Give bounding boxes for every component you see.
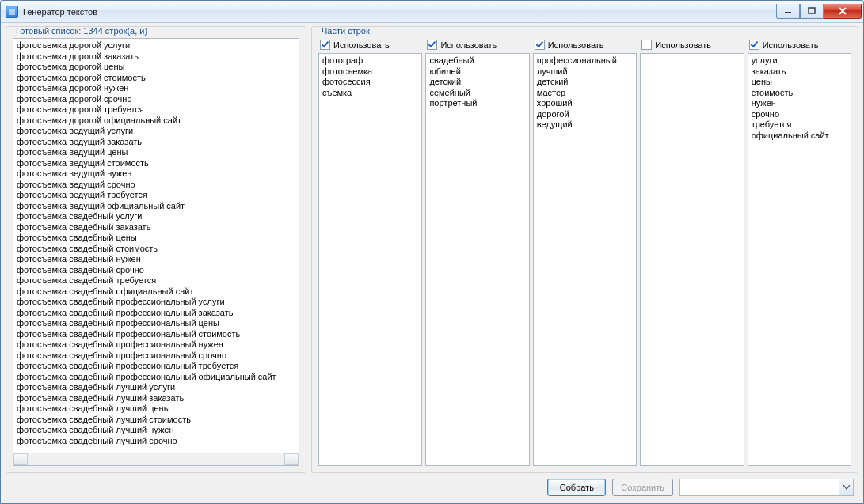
list-item[interactable]: ведущий xyxy=(537,119,636,131)
maximize-button[interactable] xyxy=(800,4,824,19)
chevron-down-icon xyxy=(839,479,853,495)
list-item[interactable]: фотосъемка дорогой услуги xyxy=(17,40,299,51)
save-button[interactable]: Сохранить xyxy=(612,479,673,496)
app-icon xyxy=(6,6,18,18)
list-item[interactable]: свадебный xyxy=(429,55,528,66)
ready-list-group: Готовый список: 1344 строк(а, и) фотосъе… xyxy=(6,26,306,473)
list-item[interactable]: профессиональный xyxy=(537,55,636,66)
use-checkbox-row[interactable]: Использовать xyxy=(748,38,851,53)
parts-list[interactable]: услугизаказатьценыстоимостьнуженсрочнотр… xyxy=(748,53,851,466)
list-item[interactable]: фотосъемка свадебный профессиональный оф… xyxy=(17,372,299,383)
list-item[interactable]: фотосъемка свадебный профессиональный ср… xyxy=(17,351,299,362)
list-item[interactable]: фотосъемка свадебный лучший услуги xyxy=(17,382,299,393)
list-item[interactable]: фотосъемка дорогой стоимость xyxy=(17,73,299,84)
list-item[interactable]: фотосъемка xyxy=(322,66,421,78)
use-checkbox-label: Использовать xyxy=(333,40,390,50)
list-item[interactable]: фотосъемка дорогой срочно xyxy=(17,94,299,105)
list-item[interactable]: фотосъемка ведущий нужен xyxy=(17,169,299,180)
list-item[interactable]: фотосъемка свадебный официальный сайт xyxy=(17,286,299,297)
horizontal-scrollbar[interactable] xyxy=(13,453,299,466)
parts-column-3: Использоватьпрофессиональныйлучшийдетски… xyxy=(533,38,637,466)
list-item[interactable]: съемка xyxy=(322,88,421,99)
list-item[interactable]: фотосъемка дорогой цены xyxy=(17,62,299,73)
list-item[interactable]: фотограф xyxy=(322,55,421,66)
list-item[interactable]: фотосъемка дорогой заказать xyxy=(17,51,299,63)
list-item[interactable]: заказать xyxy=(752,66,851,78)
list-item[interactable]: фотосъемка свадебный лучший стоимость xyxy=(17,415,299,426)
list-item[interactable]: официальный сайт xyxy=(752,131,851,142)
use-checkbox-row[interactable]: Использовать xyxy=(533,38,637,53)
list-item[interactable]: фотосъемка дорогой требуется xyxy=(17,104,299,116)
list-item[interactable]: стоимость xyxy=(752,88,851,99)
title-bar[interactable]: Генератор текстов xyxy=(1,1,863,23)
parts-list[interactable] xyxy=(640,53,744,466)
parts-list[interactable]: профессиональныйлучшийдетскиймастерхорош… xyxy=(533,53,637,466)
build-button[interactable]: Собрать xyxy=(547,479,606,496)
app-window: Генератор текстов Готовый список: 1344 с… xyxy=(0,0,864,504)
list-item[interactable]: фотосъемка дорогой нужен xyxy=(17,83,299,94)
parts-column-4: Использовать xyxy=(640,38,744,466)
ready-list-legend: Готовый список: 1344 строк(а, и) xyxy=(13,26,150,36)
list-item[interactable]: срочно xyxy=(752,109,851,120)
list-item[interactable]: фотосъемка свадебный услуги xyxy=(17,211,299,222)
list-item[interactable]: фотосъемка свадебный профессиональный це… xyxy=(17,318,299,329)
use-checkbox[interactable] xyxy=(535,40,545,50)
list-item[interactable]: фотосъемка ведущий официальный сайт xyxy=(17,201,299,212)
list-item[interactable]: мастер xyxy=(537,88,636,99)
use-checkbox[interactable] xyxy=(320,40,330,50)
list-item[interactable]: фотосъемка свадебный стоимость xyxy=(17,244,299,255)
list-item[interactable]: лучший xyxy=(537,66,636,78)
list-item[interactable]: хороший xyxy=(537,98,636,109)
client-area: Готовый список: 1344 строк(а, и) фотосъе… xyxy=(1,23,863,503)
list-item[interactable]: фотосъемка свадебный срочно xyxy=(17,265,299,276)
list-item[interactable]: фотосъемка свадебный профессиональный ну… xyxy=(17,339,299,351)
output-combo[interactable] xyxy=(679,479,854,496)
parts-list[interactable]: фотограффотосъемкафотосессиясъемка xyxy=(318,53,422,466)
list-item[interactable]: фотосъемка ведущий требуется xyxy=(17,190,299,201)
list-item[interactable]: дорогой xyxy=(537,109,636,120)
list-item[interactable]: детский xyxy=(537,77,636,88)
use-checkbox-row[interactable]: Использовать xyxy=(640,38,744,53)
list-item[interactable]: фотосъемка свадебный заказать xyxy=(17,222,299,233)
list-item[interactable]: цены xyxy=(752,77,851,88)
list-item[interactable]: фотосъемка ведущий цены xyxy=(17,147,299,158)
list-item[interactable]: портретный xyxy=(429,98,528,109)
list-item[interactable]: детский xyxy=(429,77,528,88)
parts-column-1: Использоватьфотограффотосъемкафотосессия… xyxy=(318,38,422,466)
use-checkbox[interactable] xyxy=(427,40,437,50)
close-button[interactable] xyxy=(824,4,862,19)
list-item[interactable]: фотосъемка ведущий срочно xyxy=(17,180,299,191)
list-item[interactable]: требуется xyxy=(752,119,851,131)
list-item[interactable]: семейный xyxy=(429,88,528,99)
list-item[interactable]: фотосъемка свадебный лучший срочно xyxy=(17,436,299,447)
list-item[interactable]: фотосъемка дорогой официальный сайт xyxy=(17,116,299,127)
use-checkbox[interactable] xyxy=(641,40,652,50)
parts-legend: Части строк xyxy=(318,26,373,36)
parts-column-5: Использоватьуслугизаказатьценыстоимостьн… xyxy=(748,38,851,466)
list-item[interactable]: фотосъемка ведущий услуги xyxy=(17,126,299,137)
parts-list[interactable]: свадебныйюбилейдетскийсемейныйпортретный xyxy=(425,53,529,466)
list-item[interactable]: фотосъемка свадебный лучший нужен xyxy=(17,425,299,436)
use-checkbox[interactable] xyxy=(749,40,759,50)
list-item[interactable]: фотосъемка свадебный цены xyxy=(17,233,299,244)
list-item[interactable]: фотосъемка свадебный профессиональный за… xyxy=(17,308,299,319)
list-item[interactable]: фотосъемка ведущий заказать xyxy=(17,137,299,148)
use-checkbox-row[interactable]: Использовать xyxy=(425,38,529,53)
use-checkbox-row[interactable]: Использовать xyxy=(318,38,422,53)
list-item[interactable]: фотосъемка свадебный профессиональный тр… xyxy=(17,361,299,372)
list-item[interactable]: фотосъемка свадебный лучший заказать xyxy=(17,393,299,404)
list-item[interactable]: нужен xyxy=(752,98,851,109)
parts-column-2: Использоватьсвадебныйюбилейдетскийсемейн… xyxy=(425,38,529,466)
list-item[interactable]: фотосъемка свадебный требуется xyxy=(17,275,299,286)
ready-list[interactable]: фотосъемка дорогой услугифотосъемка доро… xyxy=(13,38,299,453)
list-item[interactable]: фотосъемка свадебный лучший цены xyxy=(17,404,299,415)
list-item[interactable]: юбилей xyxy=(429,66,528,78)
list-item[interactable]: фотосъемка свадебный профессиональный ст… xyxy=(17,329,299,340)
use-checkbox-label: Использовать xyxy=(655,40,711,50)
list-item[interactable]: фотосъемка ведущий стоимость xyxy=(17,158,299,169)
minimize-button[interactable] xyxy=(776,4,800,19)
list-item[interactable]: услуги xyxy=(752,55,851,66)
list-item[interactable]: фотосессия xyxy=(322,77,421,88)
list-item[interactable]: фотосъемка свадебный профессиональный ус… xyxy=(17,297,299,308)
list-item[interactable]: фотосъемка свадебный нужен xyxy=(17,254,299,265)
